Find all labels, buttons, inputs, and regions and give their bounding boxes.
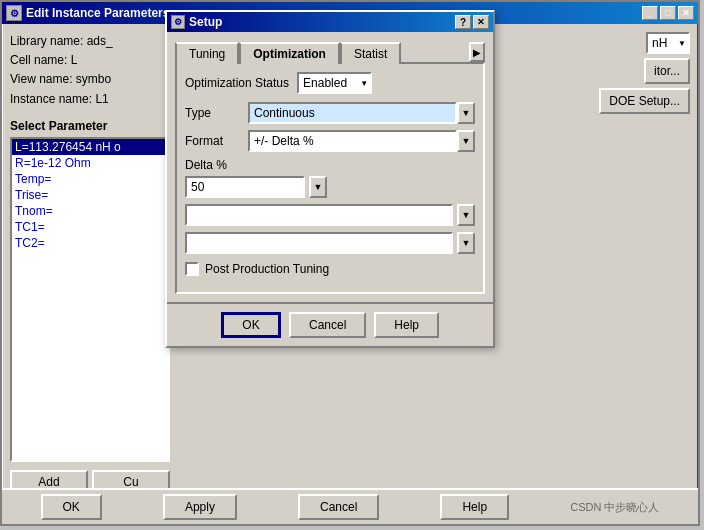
empty-dropdown-2[interactable]: ▼ — [457, 232, 475, 254]
select-param-label: Select Parameter — [10, 119, 170, 133]
delta-input-row: ▼ — [185, 176, 475, 198]
post-production-row: Post Production Tuning — [185, 262, 475, 276]
unit-select[interactable]: nH pH μH — [646, 32, 690, 54]
param-item[interactable]: Tnom= — [12, 203, 168, 219]
help-button[interactable]: Help — [440, 494, 509, 520]
opt-status-row: Optimization Status Enabled Disabled — [185, 72, 475, 94]
info-section: Library name: ads_ Cell name: L View nam… — [10, 32, 170, 109]
tab-bar: Tuning Optimization Statist ▶ — [175, 40, 485, 62]
maximize-button[interactable]: □ — [660, 6, 676, 20]
opt-status-select[interactable]: Enabled Disabled — [297, 72, 372, 94]
empty-input-1 — [185, 204, 453, 226]
format-input[interactable] — [248, 130, 457, 152]
modal-icon: ⚙ — [171, 15, 185, 29]
empty-combo-row-2: ▼ — [185, 232, 475, 254]
modal-footer: OK Cancel Help — [167, 302, 493, 346]
ok-button[interactable]: OK — [41, 494, 102, 520]
tab-statistics[interactable]: Statist — [340, 42, 401, 64]
format-combo: ▼ — [248, 130, 475, 152]
title-bar-buttons: _ □ ✕ — [642, 6, 694, 20]
cell-name: Cell name: L — [10, 51, 170, 70]
bottom-bar: OK Apply Cancel Help CSDN 中步晓心人 — [2, 488, 698, 524]
monitor-button[interactable]: itor... — [644, 58, 690, 84]
modal-body: Tuning Optimization Statist ▶ Optimizati… — [167, 32, 493, 302]
modal-cancel-button[interactable]: Cancel — [289, 312, 366, 338]
type-input[interactable] — [248, 102, 457, 124]
modal-help-icon-btn[interactable]: ? — [455, 15, 471, 29]
delta-dropdown-button[interactable]: ▼ — [309, 176, 327, 198]
format-label: Format — [185, 134, 240, 148]
view-name: View name: symbo — [10, 70, 170, 89]
param-item[interactable]: R=1e-12 Ohm — [12, 155, 168, 171]
post-production-label: Post Production Tuning — [205, 262, 329, 276]
modal-help-button[interactable]: Help — [374, 312, 439, 338]
tab-tuning[interactable]: Tuning — [175, 42, 239, 64]
param-item[interactable]: TC1= — [12, 219, 168, 235]
type-combo: ▼ — [248, 102, 475, 124]
apply-button[interactable]: Apply — [163, 494, 237, 520]
modal-title-bar: ⚙ Setup ? ✕ — [167, 12, 493, 32]
delta-percent-label: Delta % — [185, 158, 475, 172]
empty-dropdown-1[interactable]: ▼ — [457, 204, 475, 226]
tab-optimization[interactable]: Optimization — [239, 42, 340, 64]
tab-nav-right-button[interactable]: ▶ — [469, 42, 485, 62]
format-dropdown-button[interactable]: ▼ — [457, 130, 475, 152]
main-window-icon: ⚙ — [6, 5, 22, 21]
instance-name: Instance name: L1 — [10, 90, 170, 109]
setup-modal: ⚙ Setup ? ✕ Tuning Optimization Statist … — [165, 10, 495, 348]
type-label: Type — [185, 106, 240, 120]
doe-setup-button[interactable]: DOE Setup... — [599, 88, 690, 114]
param-list[interactable]: L=113.276454 nH oR=1e-12 OhmTemp=Trise=T… — [10, 137, 170, 462]
library-name: Library name: ads_ — [10, 32, 170, 51]
post-production-checkbox[interactable] — [185, 262, 199, 276]
left-panel: Library name: ads_ Cell name: L View nam… — [10, 32, 170, 516]
cancel-button[interactable]: Cancel — [298, 494, 379, 520]
unit-select-wrapper: nH pH μH — [646, 32, 690, 54]
type-row: Type ▼ — [185, 102, 475, 124]
param-item[interactable]: L=113.276454 nH o — [12, 139, 168, 155]
opt-status-select-wrapper: Enabled Disabled — [297, 72, 372, 94]
delta-input[interactable] — [185, 176, 305, 198]
format-row: Format ▼ — [185, 130, 475, 152]
param-item[interactable]: Trise= — [12, 187, 168, 203]
modal-close-button[interactable]: ✕ — [473, 15, 489, 29]
param-item[interactable]: TC2= — [12, 235, 168, 251]
type-dropdown-button[interactable]: ▼ — [457, 102, 475, 124]
opt-status-label: Optimization Status — [185, 76, 289, 90]
minimize-button[interactable]: _ — [642, 6, 658, 20]
modal-ok-button[interactable]: OK — [221, 312, 281, 338]
empty-combo-row-1: ▼ — [185, 204, 475, 226]
watermark: CSDN 中步晓心人 — [570, 500, 659, 515]
empty-input-2 — [185, 232, 453, 254]
tab-content: Optimization Status Enabled Disabled Typ… — [175, 62, 485, 294]
modal-title-text: Setup — [189, 15, 455, 29]
param-item[interactable]: Temp= — [12, 171, 168, 187]
close-button[interactable]: ✕ — [678, 6, 694, 20]
